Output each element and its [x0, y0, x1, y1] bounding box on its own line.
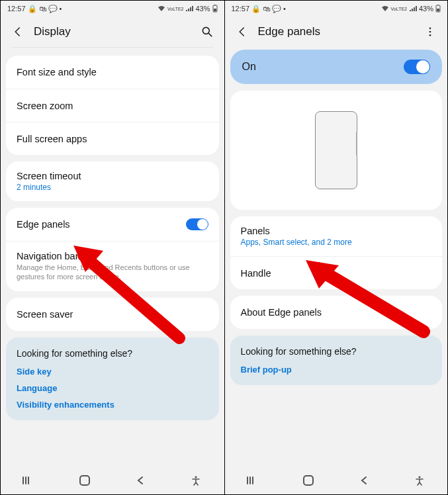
more-button[interactable]	[422, 24, 438, 40]
lock-icon: 🔒	[28, 5, 37, 13]
status-battery: 43%	[419, 5, 433, 13]
svg-point-5	[195, 476, 197, 478]
back-button[interactable]	[234, 24, 250, 40]
screen-display-settings: 12:57 🔒 🛍 💬 • VoLTE2 43% Display	[1, 1, 224, 494]
svg-rect-8	[437, 9, 439, 11]
header: Display	[1, 17, 224, 47]
link-brief-popup[interactable]: Brief pop-up	[241, 365, 432, 375]
bag-icon: 🛍	[39, 5, 46, 13]
card-edge-nav: Edge panels Navigation bar Manage the Ho…	[6, 208, 219, 291]
row-font-size-style[interactable]: Font size and style	[6, 56, 219, 89]
svg-rect-13	[304, 476, 313, 485]
page-title: Edge panels	[258, 25, 423, 38]
card-about: About Edge panels	[230, 296, 443, 329]
label: About Edge panels	[241, 307, 432, 318]
link-side-key[interactable]: Side key	[17, 367, 208, 377]
label: Screen timeout	[17, 171, 208, 181]
svg-point-11	[429, 31, 431, 33]
home-button[interactable]	[76, 472, 93, 489]
card-looking-else: Looking for something else? Side key Lan…	[6, 338, 219, 420]
accessibility-button[interactable]	[411, 472, 428, 489]
sublabel: 2 minutes	[17, 183, 208, 192]
master-toggle-row[interactable]: On	[230, 50, 443, 84]
master-toggle-label: On	[242, 61, 256, 73]
screen-edge-panels: 12:57 🔒 🛍 💬 • VoLTE2 43% Edge panels	[224, 1, 448, 494]
svg-point-3	[202, 27, 209, 34]
battery-icon	[435, 5, 441, 13]
wifi-icon	[157, 5, 165, 12]
status-time: 12:57	[7, 5, 26, 13]
recents-button[interactable]	[20, 472, 37, 489]
label: Navigation bar	[17, 251, 208, 261]
lock-icon: 🔒	[251, 5, 261, 13]
svg-point-14	[418, 476, 420, 478]
row-screen-zoom[interactable]: Screen zoom	[6, 89, 219, 122]
row-handle[interactable]: Handle	[230, 256, 443, 289]
label: Font size and style	[17, 67, 208, 77]
svg-rect-1	[214, 9, 216, 11]
status-time: 12:57	[232, 5, 250, 13]
accessibility-button[interactable]	[187, 472, 204, 489]
row-edge-panels[interactable]: Edge panels	[6, 208, 219, 241]
system-navbar	[225, 467, 448, 494]
sublabel: Manage the Home, Back, and Recents butto…	[17, 263, 208, 282]
home-button[interactable]	[300, 472, 317, 489]
status-net: VoLTE2	[167, 7, 183, 11]
sublabel: Apps, Smart select, and 2 more	[241, 238, 432, 247]
page-title: Display	[34, 25, 199, 38]
row-screen-saver[interactable]: Screen saver	[6, 298, 219, 331]
label: Screen zoom	[17, 101, 208, 111]
label: Panels	[241, 226, 432, 236]
recents-button[interactable]	[244, 472, 261, 489]
status-bar: 12:57 🔒 🛍 💬 • VoLTE2 43%	[225, 1, 448, 17]
signal-icon	[409, 5, 417, 12]
header: Edge panels	[225, 17, 448, 47]
card-display-1: Font size and style Screen zoom Full scr…	[6, 56, 219, 155]
master-toggle-switch[interactable]	[404, 60, 430, 74]
back-button[interactable]	[10, 24, 26, 40]
row-screen-timeout[interactable]: Screen timeout 2 minutes	[6, 161, 219, 201]
link-visibility-enhancements[interactable]: Visibility enhancements	[17, 400, 208, 410]
svg-rect-2	[214, 5, 216, 5]
card-looking-else: Looking for something else? Brief pop-up	[230, 336, 443, 385]
row-about-edge-panels[interactable]: About Edge panels	[230, 296, 443, 329]
card-panels-handle: Panels Apps, Smart select, and 2 more Ha…	[230, 216, 443, 289]
label: Full screen apps	[17, 134, 208, 144]
message-icon: 💬	[48, 5, 58, 13]
signal-icon	[185, 5, 193, 12]
back-nav-button[interactable]	[355, 472, 373, 489]
status-battery: 43%	[195, 5, 210, 13]
card-timeout: Screen timeout 2 minutes	[6, 161, 219, 201]
row-navigation-bar[interactable]: Navigation bar Manage the Home, Back, an…	[6, 241, 219, 291]
wifi-icon	[381, 5, 389, 12]
content: Panels Apps, Smart select, and 2 more Ha…	[225, 210, 448, 467]
edge-panels-toggle[interactable]	[186, 218, 208, 230]
status-bar: 12:57 🔒 🛍 💬 • VoLTE2 43%	[1, 1, 224, 17]
divider	[11, 47, 214, 48]
label: Screen saver	[17, 309, 208, 320]
bag-icon: 🛍	[263, 5, 270, 13]
svg-rect-4	[80, 476, 89, 485]
label: Edge panels	[17, 219, 186, 230]
battery-icon	[212, 5, 218, 13]
svg-point-12	[429, 34, 431, 36]
svg-rect-9	[437, 5, 439, 5]
row-panels[interactable]: Panels Apps, Smart select, and 2 more	[230, 216, 443, 256]
system-navbar	[1, 467, 224, 494]
preview-card	[230, 91, 443, 210]
search-button[interactable]	[199, 24, 215, 40]
looking-title: Looking for something else?	[241, 346, 432, 357]
phone-preview-icon	[315, 111, 357, 189]
dot-icon: •	[60, 5, 62, 13]
dot-icon: •	[283, 5, 286, 13]
status-net: VoLTE2	[391, 7, 407, 11]
svg-point-10	[429, 27, 431, 29]
link-language[interactable]: Language	[17, 383, 208, 393]
label: Handle	[241, 268, 432, 279]
card-saver: Screen saver	[6, 298, 219, 331]
looking-title: Looking for something else?	[17, 348, 208, 359]
row-full-screen-apps[interactable]: Full screen apps	[6, 122, 219, 155]
message-icon: 💬	[272, 5, 281, 13]
content: Font size and style Screen zoom Full scr…	[1, 49, 224, 467]
back-nav-button[interactable]	[132, 472, 149, 489]
